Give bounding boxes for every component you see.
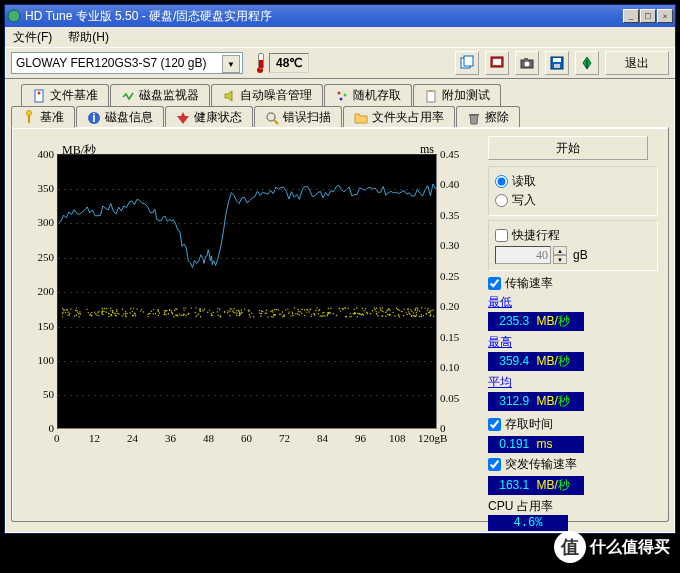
- svg-point-411: [250, 316, 251, 317]
- svg-point-194: [217, 311, 218, 312]
- svg-point-153: [346, 316, 347, 317]
- menu-file[interactable]: 文件(F): [9, 27, 56, 48]
- copy-info-button[interactable]: [455, 51, 479, 75]
- svg-point-119: [185, 315, 186, 316]
- close-button[interactable]: ×: [657, 9, 673, 23]
- svg-point-376: [370, 313, 371, 314]
- watermark-icon: 值: [554, 531, 586, 563]
- svg-point-264: [121, 315, 122, 316]
- titlebar[interactable]: HD Tune 专业版 5.50 - 硬盘/固态硬盘实用程序 _ □ ×: [5, 5, 675, 27]
- svg-point-379: [389, 314, 390, 315]
- svg-point-414: [267, 316, 268, 317]
- trash-icon: [467, 111, 481, 125]
- tab-file-benchmark[interactable]: 文件基准: [21, 84, 109, 106]
- stroke-input[interactable]: [495, 246, 551, 264]
- svg-point-372: [115, 313, 116, 314]
- tab-error-scan[interactable]: 错误扫描: [254, 106, 342, 128]
- max-label: 最高: [488, 334, 658, 351]
- access-value: 0.191 ms: [488, 436, 584, 453]
- main-window: HD Tune 专业版 5.50 - 硬盘/固态硬盘实用程序 _ □ × 文件(…: [4, 4, 676, 534]
- svg-point-29: [132, 310, 133, 311]
- svg-point-161: [295, 313, 296, 314]
- y2-tick: 0.40: [440, 178, 459, 190]
- options-button[interactable]: [575, 51, 599, 75]
- svg-point-181: [166, 310, 167, 311]
- tab-random-access[interactable]: 随机存取: [324, 84, 412, 106]
- svg-point-378: [228, 310, 229, 311]
- svg-point-307: [259, 310, 260, 311]
- svg-point-382: [217, 308, 218, 309]
- svg-point-293: [185, 307, 186, 308]
- tab-erase[interactable]: 擦除: [456, 106, 520, 128]
- svg-point-368: [106, 312, 107, 313]
- svg-point-257: [424, 307, 425, 308]
- svg-point-291: [430, 315, 431, 316]
- svg-point-225: [304, 309, 305, 310]
- menu-help[interactable]: 帮助(H): [64, 27, 113, 48]
- stroke-spinner[interactable]: ▲▼gB: [495, 246, 651, 264]
- svg-point-141: [151, 311, 152, 312]
- svg-point-276: [315, 310, 316, 311]
- svg-point-319: [288, 313, 289, 314]
- svg-point-258: [94, 312, 95, 313]
- svg-point-197: [126, 313, 127, 314]
- tab-benchmark[interactable]: 基准: [11, 106, 75, 128]
- save-button[interactable]: [545, 51, 569, 75]
- svg-point-261: [350, 313, 351, 314]
- tab-disk-monitor[interactable]: 磁盘监视器: [110, 84, 210, 106]
- svg-point-375: [236, 310, 237, 311]
- svg-point-317: [172, 312, 173, 313]
- svg-point-110: [62, 316, 63, 317]
- svg-point-233: [118, 313, 119, 314]
- svg-point-116: [357, 313, 358, 314]
- read-radio[interactable]: 读取: [495, 173, 651, 190]
- svg-point-423: [292, 311, 293, 312]
- start-button[interactable]: 开始: [488, 136, 648, 160]
- x-tick: 0: [54, 432, 60, 444]
- max-value: 359.4 MB/秒: [488, 352, 584, 371]
- svg-point-259: [116, 315, 117, 316]
- y2-tick: 0.30: [440, 239, 459, 251]
- svg-point-88: [69, 313, 70, 314]
- tab-aam[interactable]: 自动噪音管理: [211, 84, 323, 106]
- svg-point-420: [78, 316, 79, 317]
- shortstroke-checkbox[interactable]: 快捷行程: [495, 227, 651, 244]
- burst-checkbox[interactable]: 突发传输速率: [488, 456, 658, 473]
- tab-content: MB/秒 ms 400 350 300 250 200 150 100 50 0…: [11, 127, 669, 522]
- maximize-button[interactable]: □: [640, 9, 656, 23]
- svg-point-390: [188, 313, 189, 314]
- svg-point-335: [132, 315, 133, 316]
- y2-tick: 0.35: [440, 209, 459, 221]
- svg-point-15: [340, 97, 343, 100]
- side-panel: 开始 读取 写入 快捷行程 ▲▼gB 传输速率 最低 235.3 MB/秒 最高…: [488, 136, 658, 531]
- svg-point-195: [125, 315, 126, 316]
- svg-point-35: [356, 316, 357, 317]
- svg-point-287: [427, 308, 428, 309]
- svg-rect-9: [553, 58, 561, 62]
- tab-folder-usage[interactable]: 文件夹占用率: [343, 106, 455, 128]
- svg-point-306: [266, 312, 267, 313]
- tab-extra-tests[interactable]: 附加测试: [413, 84, 501, 106]
- screenshot-button[interactable]: [515, 51, 539, 75]
- svg-point-327: [95, 313, 96, 314]
- minimize-button[interactable]: _: [623, 9, 639, 23]
- y-tick: 150: [24, 320, 54, 332]
- transfer-rate-checkbox[interactable]: 传输速率: [488, 275, 658, 292]
- svg-point-18: [27, 111, 32, 116]
- svg-point-236: [297, 309, 298, 310]
- tab-health[interactable]: 健康状态: [165, 106, 253, 128]
- svg-rect-19: [28, 115, 30, 123]
- svg-point-367: [349, 316, 350, 317]
- write-radio[interactable]: 写入: [495, 192, 651, 209]
- svg-point-148: [141, 309, 142, 310]
- drive-select[interactable]: GLOWAY FER120GS3-S7 (120 gB): [11, 52, 243, 74]
- access-time-checkbox[interactable]: 存取时间: [488, 416, 658, 433]
- exit-button[interactable]: 退出: [605, 51, 669, 75]
- svg-point-234: [233, 308, 234, 309]
- svg-point-187: [274, 309, 275, 310]
- svg-point-407: [102, 308, 103, 309]
- copy-screenshot-button[interactable]: [485, 51, 509, 75]
- svg-point-63: [143, 311, 144, 312]
- tab-disk-info[interactable]: i磁盘信息: [76, 106, 164, 128]
- x-tick: 108: [389, 432, 406, 444]
